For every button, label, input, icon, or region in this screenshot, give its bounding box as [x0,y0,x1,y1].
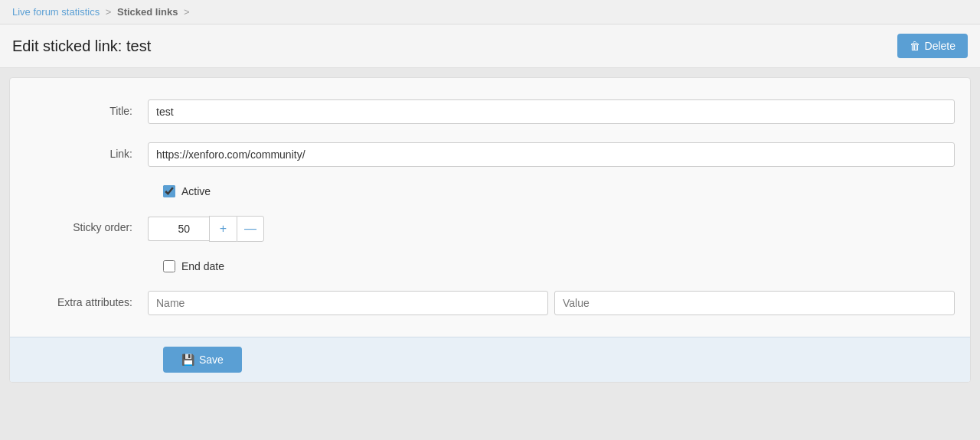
page-header: Edit sticked link: test 🗑 Delete [0,24,980,68]
link-label: Link: [25,142,148,160]
save-button-label: Save [199,354,224,366]
floppy-icon: 💾 [181,354,194,366]
title-label: Title: [25,99,148,117]
breadcrumb-parent-link[interactable]: Live forum statistics [12,6,100,18]
extra-attributes-label: Extra attributes: [25,291,148,308]
sticky-order-control-wrap: + — [148,216,955,242]
sticky-order-row: Sticky order: + — [10,207,970,251]
link-row: Link: [10,133,970,176]
sticky-order-label: Sticky order: [25,216,148,233]
delete-button-label: Delete [925,40,956,52]
form-container: Title: Link: Active Sticky order: [9,77,971,383]
form-body: Title: Link: Active Sticky order: [10,78,970,337]
sticky-order-input[interactable] [148,217,209,241]
increment-button[interactable]: + [209,216,237,242]
extra-attributes-value-input[interactable] [554,291,955,315]
title-input[interactable] [148,99,955,124]
stepper-wrap: + — [148,216,955,242]
extra-attributes-name-input[interactable] [148,291,548,315]
minus-icon: — [244,222,256,236]
extra-attributes-row: Extra attributes: [10,282,970,324]
active-checkbox[interactable] [163,185,175,197]
breadcrumb-current: Sticked links [117,6,178,18]
end-date-checkbox[interactable] [163,260,175,272]
breadcrumb: Live forum statistics > Sticked links > [0,0,980,24]
delete-button[interactable]: 🗑 Delete [897,34,968,58]
title-row: Title: [10,90,970,133]
trash-icon: 🗑 [910,40,920,52]
page-title: Edit sticked link: test [12,37,151,55]
breadcrumb-chevron-2: > [184,6,190,18]
link-control-wrap [148,142,955,167]
title-control-wrap [148,99,955,124]
breadcrumb-chevron-1: > [106,6,112,18]
active-row: Active [10,176,970,207]
decrement-button[interactable]: — [237,216,264,242]
active-label[interactable]: Active [181,185,211,197]
link-input[interactable] [148,142,955,167]
save-button[interactable]: 💾 Save [163,347,242,373]
form-footer: 💾 Save [10,337,970,382]
extra-attributes-wrap [148,291,955,315]
end-date-label[interactable]: End date [181,260,224,272]
end-date-row: End date [10,251,970,282]
plus-icon: + [220,222,227,236]
